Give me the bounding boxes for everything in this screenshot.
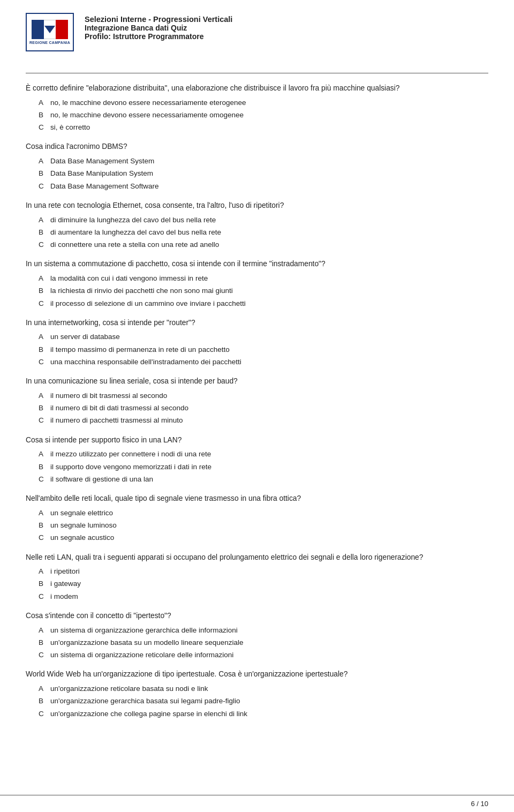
question-q11-option-a: Aun'organizzazione reticolare basata su … bbox=[39, 683, 488, 694]
question-q1-text: È corretto definire "elaborazione distri… bbox=[26, 83, 488, 94]
question-q6-option-a: Ail numero di bit trasmessi al secondo bbox=[39, 390, 488, 401]
answer-text: il processo di selezione di un cammino o… bbox=[50, 298, 488, 309]
question-q8-option-a: Aun segnale elettrico bbox=[39, 508, 488, 518]
answer-letter: B bbox=[39, 285, 46, 296]
answer-letter: B bbox=[39, 637, 46, 648]
question-q9-option-c: Ci modem bbox=[39, 591, 488, 602]
question-q10: Cosa s'intende con il concetto di "ipert… bbox=[26, 611, 488, 660]
answer-letter: B bbox=[39, 696, 46, 706]
answer-letter: B bbox=[39, 578, 46, 589]
question-q6-option-c: Cil numero di pacchetti trasmessi al min… bbox=[39, 415, 488, 426]
answer-letter: A bbox=[39, 390, 46, 401]
answer-text: di connettere una rete a stella con una … bbox=[50, 239, 488, 250]
logo: REGIONE CAMPANIA bbox=[26, 13, 74, 51]
answer-text: la modalità con cui i dati vengono immes… bbox=[50, 273, 488, 284]
question-q4-option-b: Bla richiesta di rinvio dei pacchetti ch… bbox=[39, 285, 488, 296]
answer-text: un'organizzazione basata su un modello l… bbox=[50, 637, 488, 648]
answer-letter: C bbox=[39, 532, 46, 543]
answer-text: di diminuire la lunghezza del cavo del b… bbox=[50, 215, 488, 225]
header-line1: Selezioni Interne - Progressioni Vertica… bbox=[85, 15, 232, 24]
answer-letter: A bbox=[39, 566, 46, 577]
answer-text: Data Base Management Software bbox=[50, 181, 488, 192]
answer-letter: A bbox=[39, 332, 46, 342]
answer-text: no, le macchine devono essere necessaria… bbox=[50, 110, 488, 121]
question-q8-option-b: Bun segnale luminoso bbox=[39, 520, 488, 531]
question-q7-option-a: Ail mezzo utilizzato per connettere i no… bbox=[39, 449, 488, 460]
answer-text: una macchina responsabile dell'instradam… bbox=[50, 357, 488, 367]
answer-letter: C bbox=[39, 122, 46, 133]
answer-text: il numero di bit trasmessi al secondo bbox=[50, 390, 488, 401]
question-q5-option-a: Aun server di database bbox=[39, 332, 488, 342]
header-line2: Integrazione Banca dati Quiz bbox=[85, 24, 232, 32]
answer-text: un'organizzazione che collega pagine spa… bbox=[50, 709, 488, 719]
header-divider bbox=[26, 73, 488, 73]
question-q9: Nelle reti LAN, quali tra i seguenti app… bbox=[26, 552, 488, 602]
question-q4-option-a: Ala modalità con cui i dati vengono imme… bbox=[39, 273, 488, 284]
question-q5: In una internetworking, cosa si intende … bbox=[26, 318, 488, 367]
question-q1-option-b: Bno, le macchine devono essere necessari… bbox=[39, 110, 488, 121]
answer-letter: A bbox=[39, 449, 46, 460]
answer-letter: A bbox=[39, 508, 46, 518]
answer-text: i ripetitori bbox=[50, 566, 488, 577]
answer-text: no, le macchine devono essere necessaria… bbox=[50, 97, 488, 108]
question-q2: Cosa indica l'acronimo DBMS?AData Base M… bbox=[26, 141, 488, 191]
question-q7-text: Cosa si intende per supporto fisico in u… bbox=[26, 435, 488, 446]
answer-letter: C bbox=[39, 239, 46, 250]
question-q10-option-c: Cun sistema di organizzazione reticolare… bbox=[39, 650, 488, 660]
answer-letter: B bbox=[39, 344, 46, 355]
question-q5-option-c: Cuna macchina responsabile dell'instrada… bbox=[39, 357, 488, 367]
question-q3-text: In una rete con tecnologia Ethernet, cos… bbox=[26, 200, 488, 212]
answer-text: il numero di pacchetti trasmessi al minu… bbox=[50, 415, 488, 426]
answer-letter: C bbox=[39, 709, 46, 719]
answer-text: un segnale luminoso bbox=[50, 520, 488, 531]
question-q2-option-b: BData Base Manipulation System bbox=[39, 168, 488, 179]
question-q7: Cosa si intende per supporto fisico in u… bbox=[26, 435, 488, 485]
logo-text: REGIONE CAMPANIA bbox=[29, 41, 70, 44]
page-number: 6 / 10 bbox=[471, 800, 488, 808]
answer-text: il supporto dove vengono memorizzati i d… bbox=[50, 462, 488, 472]
answer-text: il software di gestione di una lan bbox=[50, 474, 488, 485]
header-line3: Profilo: Istruttore Programmatore bbox=[85, 32, 232, 41]
answer-text: un segnale acustico bbox=[50, 532, 488, 543]
questions-container: È corretto definire "elaborazione distri… bbox=[26, 83, 488, 719]
answer-letter: C bbox=[39, 474, 46, 485]
answer-text: un'organizzazione reticolare basata su n… bbox=[50, 683, 488, 694]
answer-letter: C bbox=[39, 357, 46, 367]
question-q6: In una comunicazione su linea seriale, c… bbox=[26, 376, 488, 426]
question-q11-text: World Wide Web ha un'organizzazione di t… bbox=[26, 669, 488, 680]
question-q6-option-b: Bil numero di bit di dati trasmessi al s… bbox=[39, 403, 488, 413]
answer-letter: B bbox=[39, 168, 46, 179]
question-q4: In un sistema a commutazione di pacchett… bbox=[26, 259, 488, 309]
question-q9-text: Nelle reti LAN, quali tra i seguenti app… bbox=[26, 552, 488, 563]
answer-letter: A bbox=[39, 273, 46, 284]
answer-text: un server di database bbox=[50, 332, 488, 342]
answer-letter: A bbox=[39, 625, 46, 636]
answer-letter: B bbox=[39, 403, 46, 413]
answer-letter: B bbox=[39, 462, 46, 472]
answer-text: il numero di bit di dati trasmessi al se… bbox=[50, 403, 488, 413]
answer-text: si, è corretto bbox=[50, 122, 488, 133]
question-q8: Nell'ambito delle reti locali, quale tip… bbox=[26, 493, 488, 543]
page-footer: 6 / 10 bbox=[0, 795, 514, 812]
answer-text: un segnale elettrico bbox=[50, 508, 488, 518]
answer-text: il tempo massimo di permanenza in rete d… bbox=[50, 344, 488, 355]
answer-text: un sistema di organizzazione reticolare … bbox=[50, 650, 488, 660]
question-q10-option-a: Aun sistema di organizzazione gerarchica… bbox=[39, 625, 488, 636]
question-q7-option-b: Bil supporto dove vengono memorizzati i … bbox=[39, 462, 488, 472]
question-q8-option-c: Cun segnale acustico bbox=[39, 532, 488, 543]
question-q5-text: In una internetworking, cosa si intende … bbox=[26, 318, 488, 329]
page-header: REGIONE CAMPANIA Selezioni Interne - Pro… bbox=[26, 13, 488, 58]
answer-text: la richiesta di rinvio dei pacchetti che… bbox=[50, 285, 488, 296]
question-q4-text: In un sistema a commutazione di pacchett… bbox=[26, 259, 488, 270]
answer-text: il mezzo utilizzato per connettere i nod… bbox=[50, 449, 488, 460]
question-q2-text: Cosa indica l'acronimo DBMS? bbox=[26, 141, 488, 153]
answer-letter: A bbox=[39, 683, 46, 694]
question-q10-text: Cosa s'intende con il concetto di "ipert… bbox=[26, 611, 488, 622]
answer-text: un sistema di organizzazione gerarchica … bbox=[50, 625, 488, 636]
question-q2-option-c: CData Base Management Software bbox=[39, 181, 488, 192]
answer-letter: C bbox=[39, 298, 46, 309]
answer-letter: A bbox=[39, 156, 46, 167]
answer-text: Data Base Manipulation System bbox=[50, 168, 488, 179]
question-q3: In una rete con tecnologia Ethernet, cos… bbox=[26, 200, 488, 250]
answer-text: Data Base Management System bbox=[50, 156, 488, 167]
